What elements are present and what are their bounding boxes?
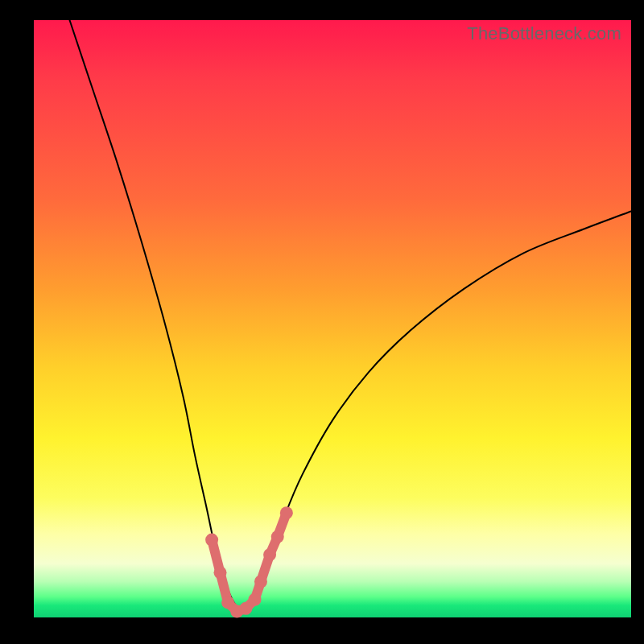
- marker-dot: [214, 566, 227, 579]
- outer-frame: TheBottleneck.com: [0, 0, 644, 644]
- marker-dot: [249, 593, 262, 606]
- marker-dot: [254, 575, 267, 588]
- marker-dot: [263, 548, 276, 561]
- plot-area: TheBottleneck.com: [34, 20, 631, 617]
- marker-dot: [205, 534, 218, 547]
- marker-dot: [271, 530, 284, 543]
- bottleneck-curve: [70, 20, 631, 612]
- marker-dot: [280, 506, 293, 519]
- chart-overlay: [34, 20, 631, 617]
